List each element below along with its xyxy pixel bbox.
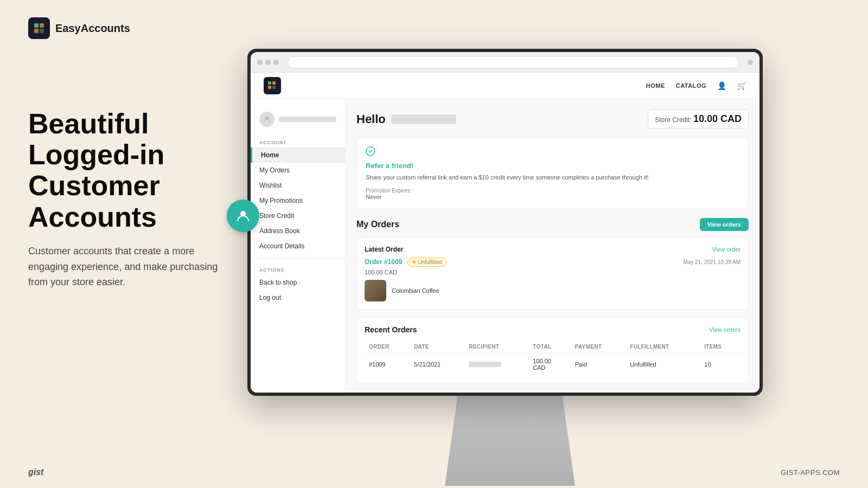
svg-rect-5 xyxy=(268,81,271,85)
cell-order: #1009 xyxy=(365,353,410,375)
account-header: Hello Store Credit: 10.00 CAD xyxy=(356,110,749,129)
footer-link: GIST-APPS.COM xyxy=(781,468,840,477)
browser-dot-green xyxy=(273,60,279,65)
svg-rect-7 xyxy=(268,86,271,89)
browser-dots xyxy=(257,60,279,65)
sidebar-profile xyxy=(251,107,345,136)
hero-subtitle: Customer accounts that create a more eng… xyxy=(28,243,224,290)
sidebar-item-wishlist[interactable]: Wishlist xyxy=(251,178,345,193)
recent-orders-title: Recent Orders xyxy=(365,325,417,334)
browser-dot-yellow xyxy=(265,60,271,65)
col-order: ORDER xyxy=(365,341,410,354)
sidebar-section-account: ACCOUNT xyxy=(251,136,345,147)
cell-fulfillment: Unfulfilled xyxy=(626,353,700,375)
browser-dot-red xyxy=(257,60,263,65)
recipient-placeholder xyxy=(469,362,501,367)
main-content: Hello Store Credit: 10.00 CAD xyxy=(346,99,760,393)
store-content: ACCOUNT Home My Orders Wishlist My Promo… xyxy=(251,99,760,393)
sidebar-name-placeholder xyxy=(279,117,336,122)
hero-title: Beautiful Logged-in Customer Accounts xyxy=(28,108,224,233)
col-total: TOTAL xyxy=(528,341,571,354)
order-number: Order #1009 xyxy=(365,258,402,266)
cell-payment: Paid xyxy=(571,353,626,375)
order-date: May 21, 2021 10:39 AM xyxy=(683,259,741,265)
order-status-badge: Unfulfilled xyxy=(407,258,446,267)
sidebar: ACCOUNT Home My Orders Wishlist My Promo… xyxy=(251,99,346,393)
product-thumbnail xyxy=(365,280,386,301)
referral-expires-value: Never xyxy=(366,194,739,200)
sidebar-avatar xyxy=(259,112,275,127)
brand-name: EasyAccounts xyxy=(55,22,130,35)
col-recipient: RECIPIENT xyxy=(464,341,528,354)
page-footer: gist GIST-APPS.COM xyxy=(28,467,840,477)
recent-orders-header: Recent Orders View orders xyxy=(365,325,741,334)
svg-rect-1 xyxy=(40,23,44,28)
browser-action-dot-1 xyxy=(748,60,753,65)
hello-greeting: Hello xyxy=(356,112,456,126)
monitor-frame: HOME CATALOG 👤 🛒 ACC xyxy=(247,49,763,396)
footer-brand: gist xyxy=(28,467,43,477)
latest-order-label: Latest Order xyxy=(365,246,403,253)
nav-catalog[interactable]: CATALOG xyxy=(676,82,706,89)
hero-section: Beautiful Logged-in Customer Accounts Cu… xyxy=(28,108,224,290)
sidebar-item-address-book[interactable]: Address Book xyxy=(251,223,345,239)
orders-table-header-row: ORDER DATE RECIPIENT TOTAL PAYMENT FULFI… xyxy=(365,341,741,354)
order-product: Colombian Coffee xyxy=(365,280,741,301)
svg-rect-2 xyxy=(34,29,39,33)
store-logo-icon xyxy=(264,77,281,94)
view-order-link[interactable]: View order xyxy=(712,246,741,253)
floating-avatar-icon xyxy=(227,200,259,232)
nav-cart-icon[interactable]: 🛒 xyxy=(737,81,746,90)
hello-name-placeholder xyxy=(391,114,456,124)
cell-date: 5/21/2021 xyxy=(410,353,464,375)
sidebar-divider xyxy=(251,258,345,259)
recent-orders-card: Recent Orders View orders ORDER DATE REC… xyxy=(356,317,749,383)
my-orders-title: My Orders xyxy=(356,220,399,229)
sidebar-item-home[interactable]: Home xyxy=(251,147,345,163)
sidebar-item-log-out[interactable]: Log out xyxy=(251,290,345,305)
cell-total: 100.00CAD xyxy=(528,353,571,375)
col-fulfillment: FULFILLMENT xyxy=(626,341,700,354)
sidebar-item-promotions[interactable]: My Promotions xyxy=(251,193,345,208)
cell-recipient xyxy=(464,353,528,375)
svg-rect-3 xyxy=(40,29,44,33)
browser-action-dots xyxy=(748,60,753,65)
sidebar-item-my-orders[interactable]: My Orders xyxy=(251,163,345,178)
nav-home[interactable]: HOME xyxy=(646,82,665,89)
nav-user-icon[interactable]: 👤 xyxy=(717,81,726,90)
sidebar-item-back-to-shop[interactable]: Back to shop xyxy=(251,275,345,290)
table-row: #1009 5/21/2021 100.00CAD Paid Unfulfill… xyxy=(365,353,741,375)
browser-window: HOME CATALOG 👤 🛒 ACC xyxy=(251,52,760,393)
browser-url-bar[interactable] xyxy=(288,56,739,68)
order-badge-dot xyxy=(412,260,416,264)
cell-items: 10 xyxy=(700,353,741,375)
latest-order-header: Latest Order View order xyxy=(365,246,741,253)
view-orders-button[interactable]: View orders xyxy=(700,218,749,231)
store-credit-amount: 10.00 CAD xyxy=(693,113,742,124)
svg-rect-8 xyxy=(272,86,276,89)
browser-chrome xyxy=(251,52,760,73)
sidebar-item-account-details[interactable]: Account Details xyxy=(251,239,345,254)
my-orders-header: My Orders View orders xyxy=(356,218,749,231)
col-date: DATE xyxy=(410,341,464,354)
referral-icon xyxy=(366,146,739,158)
referral-expires-label: Promotion Expires: xyxy=(366,188,739,194)
latest-order-card: Latest Order View order Order #1009 Unfu… xyxy=(356,237,749,310)
col-items: ITEMS xyxy=(700,341,741,354)
store-nav-links: HOME CATALOG 👤 🛒 xyxy=(646,81,746,90)
order-amount: 100.00 CAD xyxy=(365,269,741,275)
svg-rect-6 xyxy=(272,81,276,85)
store-nav: HOME CATALOG 👤 🛒 xyxy=(251,73,760,99)
product-name: Colombian Coffee xyxy=(392,287,439,294)
sidebar-item-store-credit[interactable]: Store Credit xyxy=(251,208,345,223)
view-recent-orders-link[interactable]: View orders xyxy=(709,326,741,333)
store-credit-badge: Store Credit: 10.00 CAD xyxy=(648,110,749,129)
brand-logo-icon xyxy=(28,17,50,39)
referral-card: Refer a friend! Share your custom referr… xyxy=(356,137,749,209)
col-payment: PAYMENT xyxy=(571,341,626,354)
referral-description: Share your custom referral link and earn… xyxy=(366,173,739,182)
app-brand: EasyAccounts xyxy=(28,17,130,39)
orders-table: ORDER DATE RECIPIENT TOTAL PAYMENT FULFI… xyxy=(365,341,741,375)
sidebar-section-actions: ACTIONS xyxy=(251,263,345,275)
referral-title: Refer a friend! xyxy=(366,162,739,170)
